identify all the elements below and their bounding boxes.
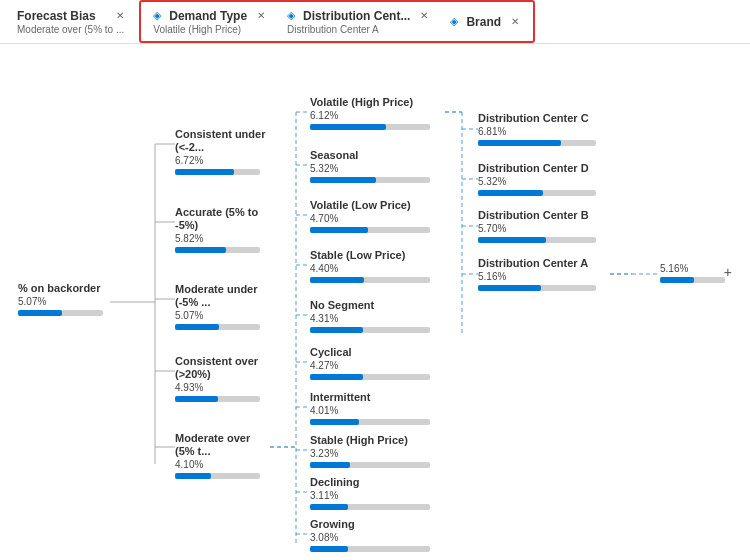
root-label: % on backorder [18,282,113,295]
col1-value-2: 5.07% [175,310,267,321]
col3-bar-bg-2 [478,237,596,243]
col2-bar-bg-4 [310,327,430,333]
root-bar-fill [18,310,62,316]
col2-value-8: 3.11% [310,490,440,501]
col2-node-8[interactable]: Declining 3.11% [310,476,440,510]
col3-value-2: 5.70% [478,223,606,234]
tab-forecast-bias-close[interactable]: ✕ [116,10,124,21]
col3-bar-bg-0 [478,140,596,146]
expand-icon[interactable]: + [724,264,732,280]
col2-label-3: Stable (Low Price) [310,249,440,262]
col2-node-0[interactable]: Volatile (High Price) 6.12% [310,96,440,130]
col2-label-8: Declining [310,476,440,489]
col4-node-0[interactable]: 5.16% [660,262,730,283]
col2-node-4[interactable]: No Segment 4.31% [310,299,440,333]
col3-bar-bg-3 [478,285,596,291]
col2-node-5[interactable]: Cyclical 4.27% [310,346,440,380]
col3-node-3[interactable]: Distribution Center A 5.16% [478,257,606,291]
tab-brand[interactable]: ◈ Brand ✕ [442,4,529,39]
col3-value-3: 5.16% [478,271,606,282]
col2-node-2[interactable]: Volatile (Low Price) 4.70% [310,199,440,233]
col1-label-3: Consistent over (>20%) [175,355,267,381]
col2-bar-bg-6 [310,419,430,425]
col1-value-1: 5.82% [175,233,267,244]
col2-node-9[interactable]: Growing 3.08% [310,518,440,552]
tab-distribution-center-icon: ◈ [287,9,295,22]
tab-distribution-center-title: Distribution Cent... [303,9,410,23]
col2-bar-fill-3 [310,277,364,283]
col2-node-7[interactable]: Stable (High Price) 3.23% [310,434,440,468]
col2-bar-fill-9 [310,546,348,552]
col3-bar-fill-3 [478,285,541,291]
col1-node-3[interactable]: Consistent over (>20%) 4.93% [175,355,267,402]
tab-forecast-bias[interactable]: Forecast Bias ✕ Moderate over (5% to ... [8,0,135,43]
tab-demand-type-subtitle: Volatile (High Price) [153,24,265,35]
col2-value-2: 4.70% [310,213,440,224]
tab-brand-title: Brand [466,15,501,29]
col1-node-2[interactable]: Moderate under (-5% ... 5.07% [175,283,267,330]
col2-bar-fill-7 [310,462,350,468]
col1-node-0[interactable]: Consistent under (<-2... 6.72% [175,128,267,175]
col2-bar-bg-5 [310,374,430,380]
col1-value-0: 6.72% [175,155,267,166]
col2-value-4: 4.31% [310,313,440,324]
col1-bar-fill-1 [175,247,226,253]
col3-node-2[interactable]: Distribution Center B 5.70% [478,209,606,243]
tab-demand-type[interactable]: ◈ Demand Type ✕ Volatile (High Price) [145,4,275,39]
tab-brand-icon: ◈ [450,15,458,28]
col3-label-1: Distribution Center D [478,162,606,175]
col3-label-0: Distribution Center C [478,112,606,125]
tab-brand-close[interactable]: ✕ [511,16,519,27]
col2-label-6: Intermittent [310,391,440,404]
col2-value-1: 5.32% [310,163,440,174]
col3-value-1: 5.32% [478,176,606,187]
col3-label-2: Distribution Center B [478,209,606,222]
col2-bar-fill-8 [310,504,348,510]
tab-demand-type-icon: ◈ [153,9,161,22]
col2-label-7: Stable (High Price) [310,434,440,447]
col3-node-0[interactable]: Distribution Center C 6.81% [478,112,606,146]
col1-label-1: Accurate (5% to -5%) [175,206,267,232]
col2-label-1: Seasonal [310,149,440,162]
col2-bar-bg-2 [310,227,430,233]
col1-bar-bg-2 [175,324,260,330]
col3-bar-fill-2 [478,237,546,243]
col2-value-3: 4.40% [310,263,440,274]
col2-bar-bg-1 [310,177,430,183]
col1-bar-bg-4 [175,473,260,479]
col3-node-1[interactable]: Distribution Center D 5.32% [478,162,606,196]
tab-forecast-bias-title: Forecast Bias [17,9,96,23]
col2-bar-fill-5 [310,374,363,380]
col1-bar-bg-3 [175,396,260,402]
col1-node-1[interactable]: Accurate (5% to -5%) 5.82% [175,206,267,253]
tab-demand-type-close[interactable]: ✕ [257,10,265,21]
col1-value-3: 4.93% [175,382,267,393]
col2-label-4: No Segment [310,299,440,312]
col1-bar-fill-2 [175,324,219,330]
col3-value-0: 6.81% [478,126,606,137]
col4-bar-fill-0 [660,277,694,283]
col1-node-4[interactable]: Moderate over (5% t... 4.10% [175,432,267,479]
col2-label-2: Volatile (Low Price) [310,199,440,212]
col2-node-3[interactable]: Stable (Low Price) 4.40% [310,249,440,283]
tab-distribution-center[interactable]: ◈ Distribution Cent... ✕ Distribution Ce… [279,4,438,39]
col2-bar-bg-3 [310,277,430,283]
col2-bar-fill-2 [310,227,368,233]
col2-bar-bg-7 [310,462,430,468]
col2-label-5: Cyclical [310,346,440,359]
tab-distribution-center-close[interactable]: ✕ [420,10,428,21]
col1-bar-fill-0 [175,169,234,175]
col2-node-6[interactable]: Intermittent 4.01% [310,391,440,425]
tab-demand-type-title: Demand Type [169,9,247,23]
col2-bar-bg-0 [310,124,430,130]
col2-value-0: 6.12% [310,110,440,121]
col2-bar-fill-6 [310,419,359,425]
tab-distribution-center-subtitle: Distribution Center A [287,24,417,35]
col1-label-2: Moderate under (-5% ... [175,283,267,309]
col4-bar-bg-0 [660,277,725,283]
root-bar-bg [18,310,103,316]
root-value: 5.07% [18,296,113,307]
col2-bar-fill-4 [310,327,363,333]
col1-bar-fill-4 [175,473,211,479]
col2-node-1[interactable]: Seasonal 5.32% [310,149,440,183]
